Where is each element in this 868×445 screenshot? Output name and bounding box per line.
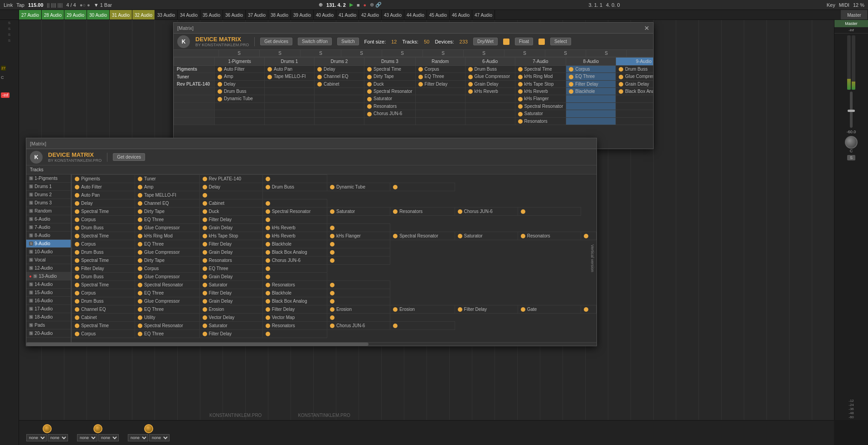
switch-btn[interactable]: Switch xyxy=(337,38,359,45)
fader-handle[interactable] xyxy=(848,110,855,112)
bottom-track-3[interactable]: SDrums 3 xyxy=(26,199,71,207)
bottom-track-10[interactable]: SVocal xyxy=(26,256,71,264)
bottom-track-8[interactable]: S9-Audio xyxy=(26,240,71,248)
top-cell-7-5[interactable] xyxy=(465,117,515,125)
bottom-device-15-3[interactable]: Black Box Analog xyxy=(262,297,327,305)
track-45[interactable]: 45 Audio xyxy=(427,10,450,20)
bottom-device-8-0[interactable]: Corpus xyxy=(72,240,135,248)
bottom-device-8-3[interactable]: Blackhole xyxy=(262,240,327,248)
top-cell-7-2[interactable] xyxy=(315,117,364,125)
top-cell-6-7[interactable] xyxy=(566,110,616,117)
track-29[interactable]: 29 Audio xyxy=(64,10,87,20)
top-cell-3-7[interactable]: Blackhole xyxy=(566,88,616,95)
bottom-device-19-1[interactable]: EQ Three xyxy=(135,330,199,338)
get-devices-btn-bottom[interactable]: Get devices xyxy=(113,153,145,161)
track-27[interactable]: 27 Audio xyxy=(19,10,42,20)
play-button[interactable]: ▶ xyxy=(349,2,353,8)
top-cell-1-3[interactable]: Dirty Tape xyxy=(364,73,416,80)
bottom-device-7-5[interactable]: Spectral Resonator xyxy=(390,232,455,240)
top-cell-5-4[interactable] xyxy=(415,102,465,110)
top-cell-3-6[interactable]: kHs Reverb xyxy=(515,88,566,95)
knob-select-3b[interactable]: none xyxy=(149,434,170,441)
top-cell-2-5[interactable]: Grain Delay xyxy=(465,80,515,87)
top-cell-2-1[interactable] xyxy=(265,80,315,87)
top-cell-6-5[interactable] xyxy=(465,110,515,117)
bottom-device-17-2[interactable]: Vector Delay xyxy=(199,314,262,322)
top-cell-1-0[interactable]: Amp xyxy=(215,73,265,80)
bottom-device-18-1[interactable]: Spectral Resonator xyxy=(135,322,199,330)
loop-button[interactable]: ⊕ 🔗 xyxy=(370,2,382,8)
top-cell-5-3[interactable]: Resonators xyxy=(364,102,416,110)
bottom-device-16-2[interactable]: Erosion xyxy=(199,305,262,314)
bottom-device-19-2[interactable]: Filter Delay xyxy=(199,330,262,338)
col-header-9[interactable]: 9-Audio xyxy=(616,58,653,66)
top-cell-3-2[interactable] xyxy=(315,88,364,95)
top-cell-6-4[interactable] xyxy=(415,110,465,117)
bottom-device-0-2[interactable]: Rev PLATE-140 xyxy=(199,175,262,183)
track-33[interactable]: 33 Audio xyxy=(155,10,178,20)
knob-select-1b[interactable]: none xyxy=(48,434,68,441)
top-cell-0-8[interactable]: Drum Buss xyxy=(616,66,653,73)
bottom-device-8-1[interactable]: EQ Three xyxy=(135,240,199,248)
bottom-device-3-0[interactable]: Delay xyxy=(72,199,135,208)
bottom-track-12[interactable]: ●S13-Audio xyxy=(26,272,71,281)
bottom-device-4-0[interactable]: Spectral Time xyxy=(72,208,135,216)
bottom-device-11-1[interactable]: Corpus xyxy=(135,265,199,273)
top-cell-6-6[interactable]: Saturator xyxy=(515,110,566,117)
top-cell-0-4[interactable]: Corpus xyxy=(415,66,465,73)
top-cell-3-1[interactable] xyxy=(265,88,315,95)
bottom-device-11-2[interactable]: EQ Three xyxy=(199,265,262,273)
bottom-device-1-2[interactable]: Delay xyxy=(199,183,262,191)
bottom-device-13-0[interactable]: Spectral Time xyxy=(72,281,135,289)
tap-button[interactable]: Tap xyxy=(16,2,24,8)
bottom-device-1-1[interactable]: Amp xyxy=(135,183,199,191)
col-header-3[interactable]: Drums 2 xyxy=(315,58,364,66)
matrix-table-wrap-top[interactable]: 1-Pigments Drums 1 Drums 2 Drums 3 Rando… xyxy=(174,57,653,151)
bottom-device-12-0[interactable]: Drum Buss xyxy=(72,273,135,281)
bottom-device-7-0[interactable]: Spectral Time xyxy=(72,232,135,240)
get-devices-btn-top[interactable]: Get devices xyxy=(260,38,292,45)
bottom-device-8-2[interactable]: Filter Delay xyxy=(199,240,262,248)
top-cell-6-2[interactable] xyxy=(315,110,364,117)
bottom-device-9-1[interactable]: Glue Compressor xyxy=(135,248,199,256)
bottom-device-7-7[interactable]: Resonators xyxy=(518,232,581,240)
top-cell-4-6[interactable]: kHs Flanger xyxy=(515,95,566,102)
track-list-left[interactable]: S1-PigmentsSDrums 1SDrums 2SDrums 3SRand… xyxy=(26,174,72,342)
horizontal-scrollbar[interactable] xyxy=(26,342,596,346)
top-cell-0-7[interactable]: Corpus xyxy=(566,66,616,73)
top-cell-0-0[interactable]: Auto Filter xyxy=(215,66,265,73)
top-cell-3-0[interactable]: Drum Buss xyxy=(215,88,265,95)
bottom-device-9-2[interactable]: Grain Delay xyxy=(199,248,262,256)
bottom-device-4-6[interactable]: Chorus JUN-6 xyxy=(455,208,518,216)
dry-wet-btn[interactable]: Dry/Wet xyxy=(473,38,498,45)
master-track[interactable]: Master xyxy=(841,10,868,20)
track-34[interactable]: 34 Audio xyxy=(178,10,200,20)
bottom-device-11-0[interactable]: Filter Delay xyxy=(72,265,135,273)
track-43[interactable]: 43 Audio xyxy=(382,10,404,20)
bottom-device-4-4[interactable]: Saturator xyxy=(327,208,390,216)
track-37[interactable]: 37 Audio xyxy=(246,10,268,20)
bottom-device-10-2[interactable]: Resonators xyxy=(199,256,262,265)
bottom-track-14[interactable]: S15-Audio xyxy=(26,289,71,297)
float-btn[interactable]: Float xyxy=(515,38,533,45)
track-35[interactable]: 35 Audio xyxy=(200,10,223,20)
bottom-device-3-2[interactable]: Cabinet xyxy=(199,199,262,208)
top-cell-7-7[interactable] xyxy=(566,117,616,125)
bottom-track-11[interactable]: S12-Audio xyxy=(26,264,71,272)
bottom-device-16-5[interactable]: Erosion xyxy=(390,305,455,314)
bottom-device-2-1[interactable]: Tape MELLO-FI xyxy=(135,191,199,199)
top-cell-4-4[interactable] xyxy=(415,95,465,102)
top-cell-2-4[interactable]: Filter Delay xyxy=(415,80,465,87)
top-cell-0-2[interactable]: Delay xyxy=(315,66,364,73)
solo-button[interactable]: S xyxy=(847,155,855,160)
bottom-device-7-6[interactable]: Saturator xyxy=(455,232,518,240)
top-cell-7-3[interactable] xyxy=(364,117,416,125)
top-cell-1-1[interactable]: Tape MELLO-FI xyxy=(265,73,315,80)
top-cell-0-1[interactable]: Auto Pan xyxy=(265,66,315,73)
top-cell-7-0[interactable] xyxy=(215,117,265,125)
bottom-device-10-1[interactable]: Dirty Tape xyxy=(135,256,199,265)
bottom-track-7[interactable]: S8-Audio xyxy=(26,232,71,240)
bottom-device-17-3[interactable]: Vector Map xyxy=(262,314,327,322)
col-header-7[interactable]: 7-Audio xyxy=(515,58,566,66)
top-cell-5-5[interactable] xyxy=(465,102,515,110)
